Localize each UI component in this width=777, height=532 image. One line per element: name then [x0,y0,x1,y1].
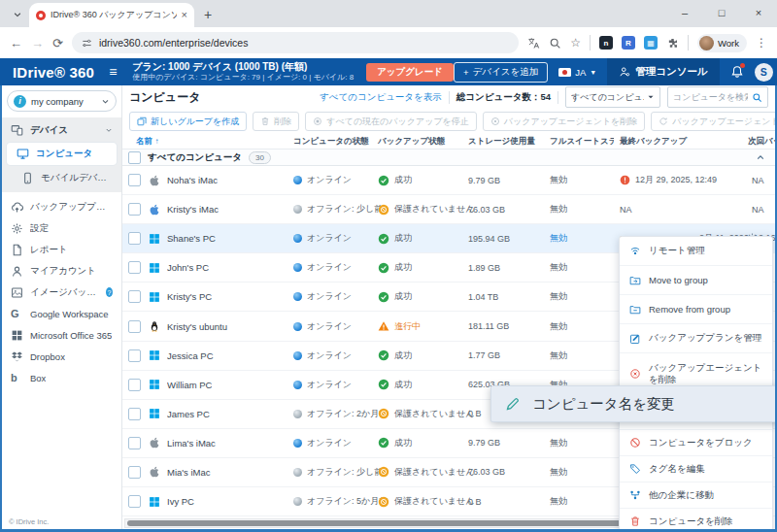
sidebar-item-dropbox[interactable]: Dropbox [2,346,121,367]
extension-icon[interactable]: ▦ [644,36,658,50]
extensions-puzzle-icon[interactable] [666,37,679,50]
forward-button[interactable]: → [31,37,44,50]
show-all-computers-link[interactable]: すべてのコンピュータを表示 [320,91,442,104]
row-checkbox[interactable] [128,261,141,274]
computer-state: オンライン [307,290,352,303]
menu-item-move-to-group[interactable]: Move to group [620,266,772,295]
column-header[interactable]: 次回バックアップ [721,136,777,148]
plus-icon: + [463,67,469,78]
window-close-button[interactable]: × [740,0,777,25]
column-header[interactable]: 最終バックアップ [614,136,721,148]
back-button[interactable]: ← [10,37,22,50]
sidebar-item-mobile-devices[interactable]: モバイルデバイス [2,167,121,188]
add-device-button[interactable]: +デバイスを追加 [454,62,548,83]
menu-item-label: 他の企業に移動 [649,489,714,502]
toolbar-update-agent[interactable]: バックアップエージェントを更新 [651,112,777,131]
column-header[interactable]: バックアップ状態 [372,136,462,148]
row-checkbox[interactable] [128,320,141,333]
extension-icon[interactable]: R [622,36,635,50]
help-badge[interactable]: ? [106,287,113,297]
browser-profile-button[interactable]: Work [697,34,747,52]
gear-icon [11,222,23,235]
translate-icon[interactable] [527,37,540,50]
new-tab-button[interactable]: + [198,5,218,24]
sidebar-item-backup-plan[interactable]: バックアッププラン [2,196,121,217]
row-checkbox[interactable] [128,232,141,245]
toolbar-delete[interactable]: 削除 [253,112,299,131]
circleX-icon [490,116,500,126]
row-checkbox[interactable] [128,495,141,508]
menu-item-rename-computer[interactable]: コンピュータ名を変更 [490,385,777,422]
menu-item-label: タグ名を編集 [649,463,705,476]
notifications-bell-icon[interactable] [730,65,744,79]
menu-item-remote-manage[interactable]: リモート管理 [620,237,772,266]
row-checkbox[interactable] [128,379,141,391]
address-bar[interactable]: idrive360.com/enterprise/devices [72,32,519,53]
scrollbar-thumb[interactable] [127,520,656,526]
row-checkbox[interactable] [128,290,141,303]
sidebar-item-my-account[interactable]: マイアカウント [2,260,121,282]
scope-dropdown[interactable]: すべてのコンピュ... [565,86,660,108]
column-header[interactable]: コンピュータの状態 [287,136,372,148]
group-checkbox[interactable] [128,151,141,164]
collapse-chevron-icon[interactable] [756,152,765,162]
table-row[interactable]: Kristy's iMacオフライン: 少し前保護されていません76.03 GB… [122,195,775,224]
toolbar-create-group[interactable]: 新しいグループを作成 [129,112,247,131]
row-checkbox[interactable] [128,174,141,186]
search-icon[interactable] [549,37,561,50]
menu-item-edit-tag[interactable]: タグ名を編集 [620,456,772,482]
tab-search-button[interactable] [8,5,27,24]
sidebar-item-ms-office-365[interactable]: Microsoft Office 365 [2,324,121,346]
computer-name: Kristy's PC [167,291,212,302]
column-header[interactable]: ストレージ使用量 [462,136,544,148]
language-selector[interactable]: JA ▼ [558,67,596,78]
sidebar-item-box[interactable]: bBox [2,367,121,388]
toolbar-remove-agent[interactable]: バックアップエージェントを削除 [483,112,646,131]
menu-item-move-to-company[interactable]: 他の企業に移動 [620,482,772,509]
window-minimize-button[interactable]: – [666,0,703,25]
sidebar-item-image-backup[interactable]: イメージバックアップ? [2,282,121,303]
admin-console-button[interactable]: 管理コンソール [607,58,719,85]
row-checkbox[interactable] [128,437,141,449]
pencil-icon [505,396,521,412]
menu-item-block-computer[interactable]: コンピュータをブロック [620,430,772,456]
menu-item-label: リモート管理 [649,245,705,257]
extension-icon[interactable]: n [599,36,613,50]
row-checkbox[interactable] [128,203,141,216]
column-header[interactable]: 名前 ↑ [122,136,287,148]
toolbar-stop-backups[interactable]: すべての現在のバックアップを停止 [305,112,477,131]
row-checkbox[interactable] [128,349,141,362]
bookmark-star-icon[interactable]: ☆ [570,37,581,49]
tab-close-icon[interactable]: × [182,10,187,20]
sidebar-item-reports[interactable]: レポート [2,239,121,260]
person-icon [11,265,23,278]
column-header[interactable]: フルスイートステータス [544,136,614,148]
storage-used: 1.89 GB [468,263,500,273]
sidebar-group-devices: デバイスコンピュータモバイルデバイス [2,117,121,192]
online-status-dot [293,263,302,272]
menu-item-remove-from-group[interactable]: Remove from group [620,295,772,324]
upgrade-button[interactable]: アップグレード [366,63,454,82]
full-suite-status: 無効 [550,174,567,186]
sidebar-item-label: Google Workspace [30,309,109,319]
browser-menu-icon[interactable]: ⋮ [756,36,767,50]
sidebar-item-devices[interactable]: デバイス [2,119,121,141]
hamburger-menu-icon[interactable]: ≡ [109,65,117,79]
row-checkbox[interactable] [128,408,141,420]
window-maximize-button[interactable]: □ [703,0,740,25]
user-avatar[interactable]: S [755,63,773,82]
table-row[interactable]: Noha's iMacオンライン成功9.79 GB無効12月 29, 2025,… [122,166,775,195]
group-row-all-computers[interactable]: すべてのコンピュータ 30 [122,150,775,166]
search-input[interactable]: コンピュータを検索 [667,86,768,108]
reload-button[interactable]: ⟳ [52,37,63,50]
row-checkbox[interactable] [128,466,141,479]
sidebar-item-google-workspace[interactable]: GGoogle Workspace [2,303,121,324]
windows-os-icon [148,291,160,303]
sidebar-item-settings[interactable]: 設定 [2,217,121,239]
browser-tab[interactable]: IDrive® 360 バックアップコンソール × [29,3,194,27]
menu-item-delete-computer[interactable]: コンピュータを削除 [620,509,772,532]
sidebar: i my company デバイスコンピュータモバイルデバイスバックアッププラン… [2,85,122,529]
sidebar-item-computers[interactable]: コンピュータ [7,143,117,165]
menu-item-manage-backup-plan[interactable]: バックアッププランを管理 [620,324,772,353]
company-selector[interactable]: i my company [7,90,117,112]
